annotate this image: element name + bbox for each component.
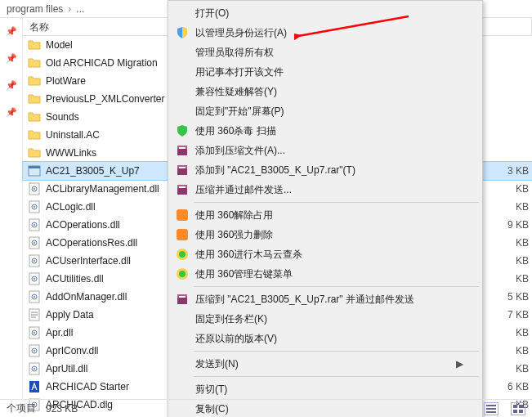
svg-point-35 [34, 368, 35, 370]
file-type-icon [28, 38, 41, 52]
svg-point-32 [34, 350, 35, 352]
svg-rect-61 [486, 411, 496, 413]
menu-item-label: 兼容性疑难解答(Y) [195, 85, 277, 99]
svg-rect-59 [486, 405, 496, 406]
blank-icon [176, 85, 189, 98]
menu-item[interactable]: 添加到压缩文件(A)... [171, 141, 480, 160]
rar-icon [176, 144, 189, 157]
menu-item[interactable]: 固定到"开始"屏幕(P) [171, 101, 480, 121]
file-size: KB [490, 345, 529, 356]
blank-icon [176, 7, 189, 20]
svg-rect-48 [179, 186, 186, 188]
view-details-button[interactable] [484, 402, 498, 415]
menu-item[interactable]: 还原以前的版本(V) [171, 329, 480, 348]
menu-item[interactable]: 固定到任务栏(K) [171, 309, 480, 329]
file-type-icon [28, 92, 41, 105]
svg-rect-42 [179, 147, 186, 149]
360yellow-icon [176, 248, 189, 261]
breadcrumb-seg[interactable]: ... [76, 3, 84, 15]
rar-icon [176, 293, 189, 306]
svg-rect-62 [513, 405, 517, 408]
pin-icon[interactable]: 📌 [6, 80, 17, 91]
menu-item[interactable]: 使用 360杀毒 扫描 [171, 121, 480, 141]
file-type-icon [28, 146, 41, 159]
file-type-icon [28, 362, 41, 375]
menu-item[interactable]: 剪切(T) [171, 379, 480, 399]
menu-item[interactable]: 用记事本打开该文件 [171, 62, 480, 82]
file-size: KB [490, 327, 529, 339]
menu-item[interactable]: 以管理员身份运行(A) [171, 23, 480, 43]
menu-item-label: 固定到"开始"屏幕(P) [195, 105, 284, 119]
file-size: 5 KB [490, 291, 529, 303]
360orange-icon [176, 228, 189, 241]
file-type-icon [28, 164, 41, 177]
menu-item[interactable]: 发送到(N)▶ [171, 354, 480, 374]
file-size: 9 KB [490, 219, 529, 231]
pin-icon[interactable]: 📌 [6, 53, 17, 64]
file-type-icon [28, 254, 41, 267]
file-type-icon [28, 128, 41, 141]
file-size: KB [490, 255, 529, 267]
menu-item-label: 发送到(N) [195, 357, 239, 371]
svg-point-54 [179, 271, 186, 277]
menu-item[interactable]: 添加到 "AC21_B3005_K_Up7.rar"(T) [171, 160, 480, 180]
view-icons-button[interactable] [511, 402, 525, 415]
file-size: KB [490, 201, 529, 213]
svg-point-29 [34, 332, 35, 334]
svg-rect-65 [519, 410, 523, 413]
file-size: KB [490, 273, 529, 285]
menu-item-label: 还原以前的版本(V) [195, 332, 277, 346]
menu-item-label: 添加到 "AC21_B3005_K_Up7.rar"(T) [195, 164, 355, 177]
svg-point-16 [34, 260, 35, 262]
status-item-count: 个项目 [7, 401, 36, 415]
blank-icon [176, 383, 189, 396]
menu-item[interactable]: 压缩并通过邮件发送... [171, 180, 480, 200]
svg-point-52 [179, 251, 186, 258]
svg-point-22 [34, 296, 35, 298]
menu-item[interactable]: 使用 360管理右键菜单 [171, 264, 480, 284]
menu-item[interactable]: 压缩到 "AC21_B3005_K_Up7.rar" 并通过邮件发送 [171, 289, 480, 309]
menu-separator [194, 376, 479, 377]
rar-icon [176, 183, 189, 196]
svg-rect-1 [29, 166, 40, 168]
menu-item[interactable]: 管理员取得所有权 [171, 43, 480, 62]
menu-item[interactable]: 打开(O) [171, 3, 480, 23]
menu-item-label: 使用 360进行木马云查杀 [195, 248, 302, 262]
quick-access-strip: 📌 📌 📌 📌 [0, 18, 23, 399]
menu-item[interactable]: 使用 360进行木马云查杀 [171, 244, 480, 264]
360orange-icon [176, 208, 189, 222]
status-size: 923 KB [46, 403, 78, 415]
pin-icon[interactable]: 📌 [6, 107, 17, 118]
menu-item[interactable]: 使用 360强力删除 [171, 225, 480, 244]
menu-item-label: 压缩到 "AC21_B3005_K_Up7.rar" 并通过邮件发送 [195, 293, 414, 307]
file-type-icon [28, 110, 41, 123]
blank-icon [176, 105, 189, 118]
menu-item[interactable]: 使用 360解除占用 [171, 205, 480, 225]
shield-icon [176, 26, 189, 39]
file-type-icon [28, 272, 41, 285]
blank-icon [176, 312, 189, 325]
file-type-icon [28, 56, 41, 70]
svg-point-13 [34, 242, 35, 244]
pin-icon[interactable]: 📌 [6, 26, 17, 37]
menu-item-label: 使用 360管理右键菜单 [195, 267, 293, 281]
menu-item[interactable]: 兼容性疑难解答(Y) [171, 82, 480, 101]
file-type-icon [28, 182, 41, 195]
menu-item-label: 管理员取得所有权 [195, 46, 274, 60]
blank-icon [176, 357, 189, 370]
file-type-icon [28, 344, 41, 357]
chevron-right-icon: › [68, 3, 71, 15]
menu-item-label: 使用 360解除占用 [195, 208, 273, 222]
file-size: 6 KB [490, 381, 529, 392]
breadcrumb-seg[interactable]: program files [7, 3, 63, 15]
menu-item-label: 添加到压缩文件(A)... [195, 144, 285, 158]
file-size: KB [490, 183, 529, 195]
menu-item-label: 用记事本打开该文件 [195, 65, 284, 79]
menu-item-label: 以管理员身份运行(A) [195, 26, 287, 40]
submenu-arrow-icon: ▶ [456, 358, 463, 370]
blank-icon [176, 332, 189, 345]
context-menu[interactable]: 打开(O)以管理员身份运行(A)管理员取得所有权用记事本打开该文件兼容性疑难解答… [168, 0, 483, 417]
file-type-icon [28, 236, 41, 249]
svg-rect-49 [177, 209, 188, 221]
file-type-icon [28, 218, 41, 231]
